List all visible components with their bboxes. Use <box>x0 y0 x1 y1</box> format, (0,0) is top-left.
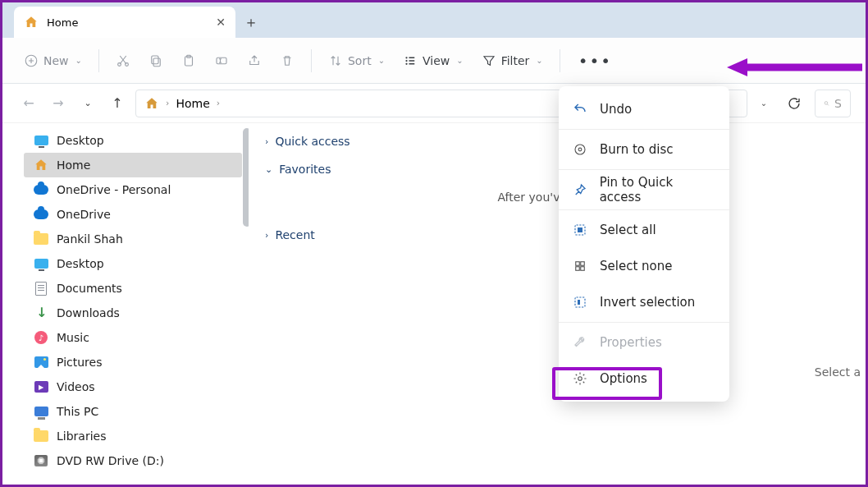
folder-icon <box>34 429 48 443</box>
svg-point-8 <box>405 57 407 58</box>
copy-button[interactable] <box>142 46 170 76</box>
sidebar-item-label: Downloads <box>57 306 120 319</box>
breadcrumb-separator-icon: › <box>217 98 220 108</box>
close-tab-icon[interactable]: ✕ <box>216 16 226 29</box>
paste-icon <box>181 53 196 68</box>
undo-icon <box>572 101 588 117</box>
section-recent[interactable]: ›Recent <box>265 228 849 241</box>
svg-point-9 <box>405 59 407 61</box>
share-icon <box>247 53 262 68</box>
sidebar-item-label: Desktop <box>57 257 104 270</box>
cut-button[interactable] <box>109 46 137 76</box>
section-label: Favorites <box>279 163 331 176</box>
refresh-button[interactable] <box>780 90 808 117</box>
sidebar-item-home[interactable]: Home <box>24 153 242 177</box>
new-tab-button[interactable]: ＋ <box>235 7 267 38</box>
sidebar-item-label: Videos <box>57 380 95 393</box>
folder-icon <box>34 232 48 246</box>
svg-rect-18 <box>576 267 580 271</box>
section-label: Quick access <box>275 135 349 148</box>
body: Desktop Home OneDrive - Personal OneDriv… <box>2 123 866 485</box>
sidebar-item-label: OneDrive - Personal <box>57 183 171 196</box>
sort-button[interactable]: Sort ⌄ <box>322 46 391 76</box>
sidebar-item-label: OneDrive <box>57 208 111 221</box>
sidebar-item-desktop-2[interactable]: Desktop <box>24 251 242 276</box>
home-icon <box>144 96 159 111</box>
menu-label: Select all <box>600 223 656 237</box>
paste-button[interactable] <box>175 46 203 76</box>
sidebar-item-downloads[interactable]: Downloads <box>24 301 242 325</box>
rename-button[interactable] <box>208 46 235 76</box>
delete-button[interactable] <box>273 46 301 76</box>
filter-button[interactable]: Filter ⌄ <box>475 46 550 76</box>
download-icon <box>34 306 48 320</box>
svg-point-12 <box>575 145 585 154</box>
toolbar: New ⌄ Sort ⌄ View ⌄ Filter ⌄ ••• <box>2 38 866 84</box>
gear-icon <box>572 370 588 387</box>
menu-select-all[interactable]: Select all <box>559 212 729 248</box>
wrench-icon <box>572 334 588 351</box>
menu-divider <box>559 169 729 170</box>
menu-undo[interactable]: Undo <box>559 91 729 127</box>
svg-rect-16 <box>576 262 580 266</box>
sidebar-item-desktop[interactable]: Desktop <box>24 128 242 153</box>
svg-point-1 <box>118 62 121 66</box>
chevron-down-icon: ⌄ <box>456 56 463 65</box>
up-button[interactable]: ↑ <box>106 92 129 115</box>
cloud-icon <box>34 207 48 222</box>
tab-home[interactable]: Home ✕ <box>14 7 235 38</box>
sidebar-scrollbar[interactable] <box>243 128 249 227</box>
sidebar-item-music[interactable]: ♪Music <box>24 325 242 350</box>
menu-pin[interactable]: Pin to Quick access <box>559 172 729 208</box>
menu-burn[interactable]: Burn to disc <box>559 131 729 168</box>
sort-icon <box>328 53 343 68</box>
back-button[interactable]: ← <box>17 92 40 115</box>
share-button[interactable] <box>240 46 268 76</box>
cut-icon <box>116 53 130 68</box>
menu-label: Select none <box>600 259 672 273</box>
home-icon <box>24 15 39 30</box>
svg-point-10 <box>405 62 407 64</box>
divider <box>560 49 560 72</box>
sidebar-item-pictures[interactable]: Pictures <box>24 350 242 374</box>
search-input[interactable]: S <box>815 90 851 117</box>
address-dropdown[interactable]: ⌄ <box>754 99 774 108</box>
breadcrumb-separator-icon: › <box>166 98 169 108</box>
view-label: View <box>423 54 450 67</box>
sidebar-item-user-folder[interactable]: Pankil Shah <box>24 227 242 251</box>
menu-invert-selection[interactable]: Invert selection <box>559 284 729 320</box>
divider <box>98 49 99 72</box>
menu-label: Properties <box>600 335 662 350</box>
filter-label: Filter <box>501 54 530 67</box>
sidebar-item-videos[interactable]: ▶Videos <box>24 374 242 399</box>
sidebar-item-documents[interactable]: Documents <box>24 276 242 301</box>
section-favorites[interactable]: ⌄Favorites <box>265 163 849 176</box>
sidebar-item-onedrive-personal[interactable]: OneDrive - Personal <box>24 177 242 202</box>
svg-point-13 <box>578 148 582 151</box>
svg-rect-21 <box>578 300 580 305</box>
more-button[interactable]: ••• <box>570 51 620 71</box>
sidebar-item-label: This PC <box>57 405 98 418</box>
section-quick-access[interactable]: ›Quick access <box>265 135 849 148</box>
menu-label: Invert selection <box>600 295 695 310</box>
svg-rect-15 <box>578 227 582 232</box>
sidebar-item-onedrive[interactable]: OneDrive <box>24 202 242 227</box>
forward-button[interactable]: → <box>47 92 70 115</box>
tab-title: Home <box>47 16 78 29</box>
pc-icon <box>34 404 48 419</box>
recent-locations-button[interactable]: ⌄ <box>76 92 99 115</box>
chevron-down-icon: ⌄ <box>75 56 82 65</box>
sidebar-item-label: Pictures <box>57 356 102 369</box>
sidebar-item-label: Music <box>57 331 89 344</box>
view-button[interactable]: View ⌄ <box>396 46 470 76</box>
svg-point-2 <box>126 62 129 66</box>
view-icon <box>403 53 418 68</box>
sidebar-item-dvd-drive[interactable]: DVD RW Drive (D:) <box>24 448 242 473</box>
select-all-icon <box>572 222 588 238</box>
new-button[interactable]: New ⌄ <box>17 46 89 76</box>
menu-options[interactable]: Options <box>559 361 729 397</box>
sidebar-item-libraries[interactable]: Libraries <box>24 424 242 448</box>
sidebar-item-this-pc[interactable]: This PC <box>24 399 242 424</box>
sidebar-item-label: DVD RW Drive (D:) <box>57 454 164 467</box>
menu-select-none[interactable]: Select none <box>559 248 729 284</box>
